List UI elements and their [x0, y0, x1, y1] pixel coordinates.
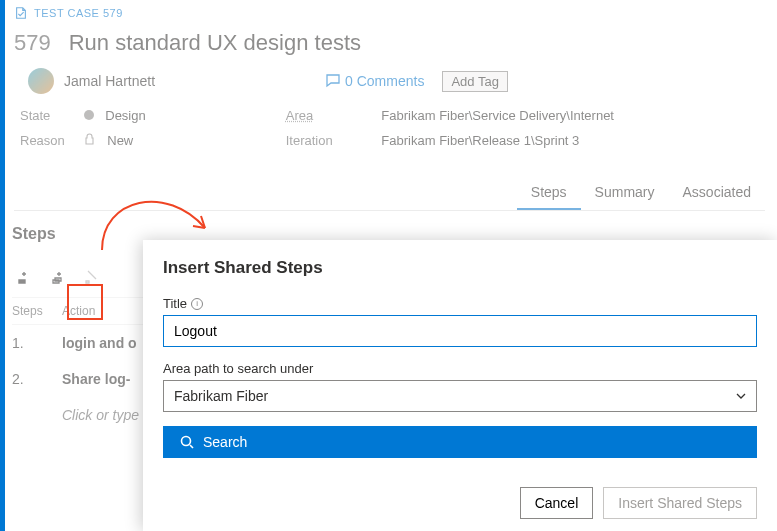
insert-step-icon	[16, 269, 32, 285]
work-item-id: 579	[14, 30, 51, 56]
step-action: Share log-	[62, 371, 130, 387]
tool-icon	[84, 269, 100, 285]
tab-steps[interactable]: Steps	[517, 174, 581, 210]
title-input[interactable]	[163, 315, 757, 347]
step-number: 1.	[12, 335, 52, 351]
insert-shared-steps-dialog: Insert Shared Steps Title i Area path to…	[143, 240, 777, 531]
step-number: 2.	[12, 371, 52, 387]
step-number	[12, 407, 52, 423]
work-item-header: TEST CASE 579 579 Run standard UX design…	[0, 0, 777, 211]
cancel-button[interactable]: Cancel	[520, 487, 594, 519]
search-button-label: Search	[203, 434, 247, 450]
step-action: login and o	[62, 335, 137, 351]
insert-step-button[interactable]	[12, 265, 36, 289]
assignee-name[interactable]: Jamal Hartnett	[64, 73, 155, 89]
work-item-title[interactable]: Run standard UX design tests	[69, 30, 361, 56]
search-button[interactable]: Search	[163, 426, 757, 458]
reason-value: New	[107, 133, 133, 148]
iteration-label: Iteration	[286, 133, 346, 148]
area-path-select[interactable]: Fabrikam Fiber	[163, 380, 757, 412]
step-placeholder: Click or type	[62, 407, 139, 423]
area-value[interactable]: Fabrikam Fiber\Service Delivery\Internet	[381, 108, 614, 123]
info-icon[interactable]: i	[191, 298, 203, 310]
svg-point-0	[182, 437, 191, 446]
tabs: Steps Summary Associated	[14, 174, 765, 211]
test-case-icon	[14, 6, 28, 20]
add-tag-button[interactable]: Add Tag	[442, 71, 507, 92]
insert-shared-steps-icon	[50, 269, 66, 285]
state-value[interactable]: Design	[105, 108, 145, 123]
breadcrumb[interactable]: TEST CASE 579	[14, 4, 765, 26]
comment-icon	[325, 73, 341, 89]
breadcrumb-label: TEST CASE 579	[34, 7, 123, 19]
title-field-label: Title i	[163, 296, 757, 315]
dialog-title: Insert Shared Steps	[163, 258, 757, 296]
area-label: Area	[286, 108, 346, 123]
area-path-label: Area path to search under	[163, 361, 757, 380]
avatar[interactable]	[28, 68, 54, 94]
insert-shared-steps-confirm-button: Insert Shared Steps	[603, 487, 757, 519]
comments-link[interactable]: 0 Comments	[325, 73, 424, 89]
state-label: State	[20, 108, 72, 123]
tab-associated[interactable]: Associated	[669, 174, 765, 210]
state-dot-icon	[84, 110, 94, 120]
iteration-value[interactable]: Fabrikam Fiber\Release 1\Sprint 3	[381, 133, 579, 148]
highlight-box	[67, 284, 103, 320]
accent-bar	[0, 0, 5, 531]
steps-col-header-num: Steps	[12, 304, 52, 318]
search-icon	[179, 434, 195, 450]
lock-icon	[84, 133, 96, 148]
reason-label: Reason	[20, 133, 72, 148]
comments-label: 0 Comments	[345, 73, 424, 89]
tab-summary[interactable]: Summary	[581, 174, 669, 210]
